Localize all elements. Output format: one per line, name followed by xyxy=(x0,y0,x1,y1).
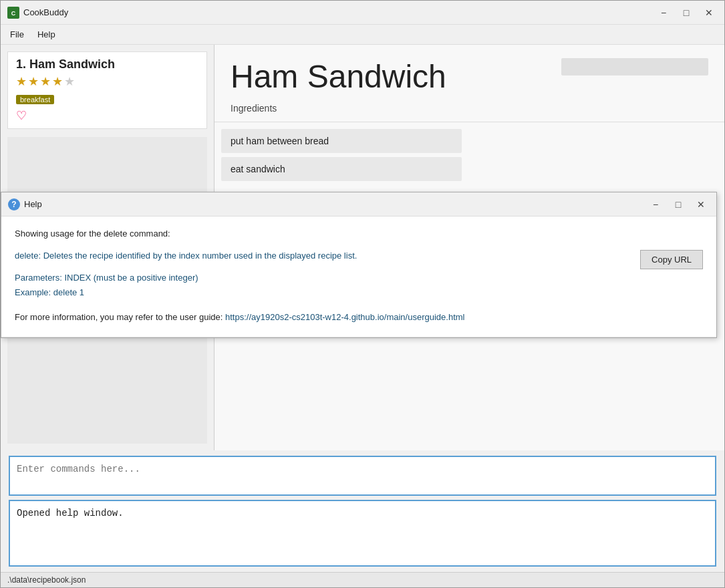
search-box xyxy=(561,58,708,76)
description-line: delete: Deletes the recipe identified by… xyxy=(15,249,703,263)
recipe-header: Ham Sandwich xyxy=(214,45,724,100)
star-2: ★ xyxy=(28,74,39,89)
status-text: .\data\recipebook.json xyxy=(7,575,86,585)
copy-url-button[interactable]: Copy URL xyxy=(640,250,703,269)
parameters-line: Parameters: INDEX (must be a positive in… xyxy=(15,271,703,285)
main-window-controls: − □ ✕ xyxy=(655,6,718,19)
help-close-button[interactable]: ✕ xyxy=(692,198,710,211)
for-more-line: For more information, you may refer to t… xyxy=(15,311,703,325)
close-button[interactable]: ✕ xyxy=(700,6,718,19)
recipe-number: 1. xyxy=(16,57,26,71)
help-title-text: Help xyxy=(24,199,42,209)
help-maximize-button[interactable]: □ xyxy=(670,198,687,211)
help-title-bar: ? Help − □ ✕ xyxy=(1,192,716,216)
step-item-1: put ham between bread xyxy=(221,129,462,153)
bottom-section: Opened help window. xyxy=(1,450,724,572)
help-window-controls: − □ ✕ xyxy=(647,198,710,211)
star-1: ★ xyxy=(16,74,27,89)
favorite-icon[interactable]: ♡ xyxy=(16,108,198,123)
output-box: Opened help window. xyxy=(9,500,716,567)
recipe-stars: ★ ★ ★ ★ ★ xyxy=(16,74,198,89)
star-5: ★ xyxy=(64,74,75,89)
svg-text:C: C xyxy=(11,10,16,17)
file-menu[interactable]: File xyxy=(3,28,31,41)
help-title-left: ? Help xyxy=(8,198,42,210)
recipe-tag: breakfast xyxy=(16,95,54,104)
title-bar: C CookBuddy − □ ✕ xyxy=(1,1,724,25)
recipe-number-title: 1. Ham Sandwich xyxy=(16,57,198,71)
help-window: ? Help − □ ✕ Showing usage for the delet… xyxy=(1,192,717,338)
showing-line: Showing usage for the delete command: xyxy=(15,227,703,241)
help-body: Showing usage for the delete command: de… xyxy=(1,216,716,337)
star-3: ★ xyxy=(40,74,51,89)
title-bar-left: C CookBuddy xyxy=(7,7,68,19)
app-icon: C xyxy=(7,7,19,19)
for-more-prefix: For more information, you may refer to t… xyxy=(15,312,225,322)
help-menu[interactable]: Help xyxy=(31,28,62,41)
status-bar: .\data\recipebook.json xyxy=(1,572,724,587)
help-minimize-button[interactable]: − xyxy=(647,198,664,211)
example-line: Example: delete 1 xyxy=(15,286,703,300)
app-title: CookBuddy xyxy=(23,7,68,17)
recipe-list-item[interactable]: 1. Ham Sandwich ★ ★ ★ ★ ★ breakfast ♡ xyxy=(7,51,207,129)
main-content: 1. Ham Sandwich ★ ★ ★ ★ ★ breakfast ♡ xyxy=(1,45,724,450)
minimize-button[interactable]: − xyxy=(655,6,672,19)
help-icon: ? xyxy=(8,198,20,210)
command-input[interactable] xyxy=(9,456,716,496)
maximize-button[interactable]: □ xyxy=(678,6,695,19)
step-item-2: eat sandwich xyxy=(221,157,462,181)
recipe-full-title: Ham Sandwich xyxy=(231,58,446,95)
ingredients-label: Ingredients xyxy=(214,100,724,122)
menu-bar: File Help xyxy=(1,25,724,45)
help-divider xyxy=(1,337,716,337)
main-window: C CookBuddy − □ ✕ File Help 1. Ham Sandw… xyxy=(0,0,725,588)
user-guide-link[interactable]: https://ay1920s2-cs2103t-w12-4.github.io… xyxy=(225,312,464,322)
recipe-name: Ham Sandwich xyxy=(29,57,115,71)
star-4: ★ xyxy=(52,74,63,89)
